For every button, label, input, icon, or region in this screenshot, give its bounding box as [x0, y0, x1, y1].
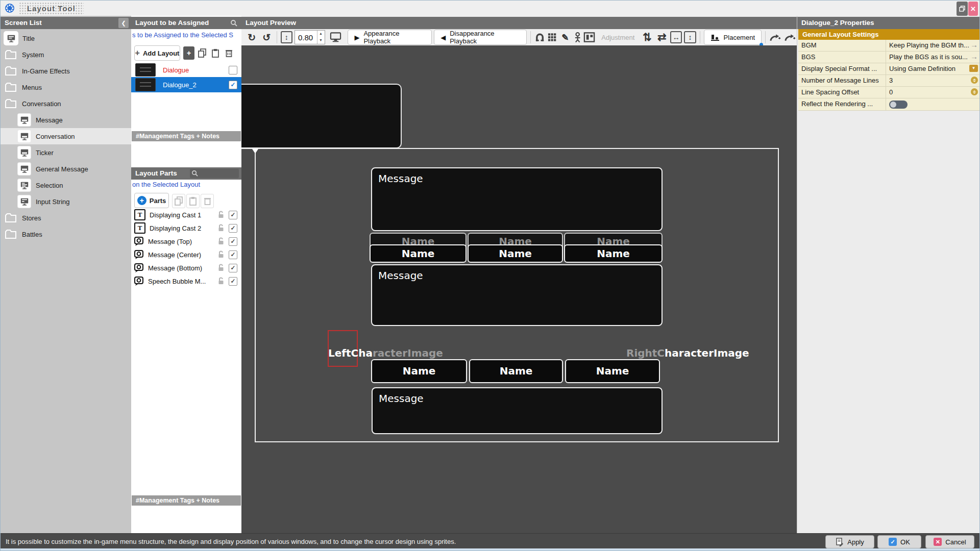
name-plate[interactable]: Name — [565, 359, 660, 383]
name-plate[interactable]: Name — [564, 244, 663, 263]
management-tags-bar[interactable]: #Management Tags + Notes — [132, 495, 241, 506]
sidebar-item-battles[interactable]: Battles — [1, 226, 131, 242]
general-layout-settings-section: General Layout Settings — [798, 29, 980, 40]
sidebar-item-conversation-folder[interactable]: Conversation — [1, 95, 131, 112]
sidebar-item-general-message[interactable]: General Message — [1, 161, 131, 177]
property-row-bgm[interactable]: BGM Keep Playing the BGM th... → — [798, 40, 980, 52]
nav-arrow-icon[interactable]: → — [970, 53, 978, 60]
add-layout-button[interactable]: + Add Layout — [134, 45, 180, 61]
speech-bubble-offstage-box[interactable] — [241, 84, 402, 148]
nav-arrow-icon[interactable]: → — [970, 41, 978, 48]
name-plate[interactable]: Name — [371, 359, 467, 383]
paste-layout-button[interactable] — [210, 46, 221, 60]
sidebar-item-in-game-effects[interactable]: In-Game Effects — [1, 63, 131, 79]
collapse-panel-button[interactable]: ❮ — [118, 18, 129, 28]
zoom-stepper[interactable]: ▲ ▼ — [317, 31, 325, 44]
unlock-icon[interactable] — [217, 211, 225, 219]
sidebar-item-title[interactable]: Title — [1, 30, 131, 46]
part-row-message-bottom[interactable]: Message (Bottom) ✓ — [131, 261, 241, 274]
part-visible-checkbox[interactable]: ✓ — [229, 277, 237, 286]
management-tags-bar[interactable]: #Management Tags + Notes — [132, 131, 241, 141]
name-plate[interactable]: Name — [370, 244, 467, 263]
zoom-spinbox[interactable]: 0.80 ▲ ▼ — [295, 30, 325, 44]
unlock-icon[interactable] — [217, 251, 225, 259]
part-visible-checkbox[interactable]: ✓ — [229, 264, 237, 272]
part-row-displaying-cast-2[interactable]: T Displaying Cast 2 ✓ — [131, 221, 241, 235]
part-visible-checkbox[interactable]: ✓ — [229, 224, 237, 233]
layout-row-dialogue2[interactable]: Dialogue_2 ✓ — [131, 77, 241, 92]
export-layout-icon[interactable] — [769, 32, 782, 43]
right-character-image-label[interactable]: RightCharacterImage — [626, 347, 749, 359]
paste-part-button[interactable] — [186, 194, 200, 208]
search-icon[interactable] — [230, 19, 237, 27]
property-row-bgs[interactable]: BGS Play the BGS as it is sou... → — [798, 52, 980, 63]
new-folder-button[interactable]: + — [183, 46, 194, 60]
property-row-line-spacing[interactable]: Line Spacing Offset 0 — [798, 87, 980, 98]
sidebar-item-input-string[interactable]: Input String — [1, 193, 131, 210]
placement-button[interactable]: Placement — [704, 30, 762, 45]
unlock-icon[interactable] — [217, 277, 225, 285]
pen-icon[interactable]: ✎ — [559, 32, 572, 43]
layout-visible-checkbox[interactable] — [229, 66, 237, 74]
delete-part-button[interactable] — [201, 194, 214, 208]
message-box-top[interactable]: Message — [371, 167, 663, 231]
stretch-vertical-icon[interactable]: ↕ — [684, 31, 696, 43]
part-visible-checkbox[interactable]: ✓ — [229, 251, 237, 259]
sidebar-item-message[interactable]: Message — [1, 112, 131, 128]
sidebar-item-stores[interactable]: Stores — [1, 210, 131, 226]
close-window-button[interactable]: ✕ — [968, 2, 978, 16]
sidebar-item-conversation[interactable]: Conversation — [1, 128, 131, 144]
swap-horizontal-icon[interactable]: ⇄ — [655, 31, 668, 43]
layout-visible-checkbox[interactable]: ✓ — [229, 81, 237, 89]
sidebar-item-ticker[interactable]: Ticker — [1, 144, 131, 161]
add-parts-button[interactable]: + Parts — [134, 193, 169, 208]
grid-icon[interactable] — [547, 32, 557, 42]
apply-button[interactable]: Apply — [825, 535, 874, 548]
property-row-display-special-format[interactable]: Display Special Format ... Using Game De… — [798, 63, 980, 75]
restore-window-button[interactable] — [957, 2, 968, 16]
left-character-image-label[interactable]: LeftCharacterImage — [328, 347, 443, 359]
import-layout-icon[interactable] — [784, 32, 797, 43]
message-box-bottom[interactable]: Message — [372, 387, 663, 434]
preview-canvas[interactable]: Message Name Name Name Name Name Name Me… — [241, 45, 797, 533]
part-row-message-top[interactable]: Message (Top) ✓ — [131, 235, 241, 248]
sidebar-item-system[interactable]: System — [1, 46, 131, 63]
cancel-button[interactable]: ✕ Cancel — [925, 535, 974, 548]
unlock-icon[interactable] — [217, 224, 225, 232]
spinner-icon[interactable] — [971, 77, 978, 84]
property-row-message-lines[interactable]: Number of Message Lines 3 — [798, 75, 980, 87]
cast-guide-icon[interactable] — [574, 32, 581, 43]
appearance-playback-button[interactable]: ▶ Appearance Playback — [348, 30, 432, 45]
toggle-off[interactable] — [889, 101, 908, 109]
fit-height-icon[interactable]: ↕ — [281, 31, 292, 43]
placement-grid-icon[interactable] — [583, 32, 595, 43]
delete-layout-button[interactable] — [223, 46, 234, 60]
swap-vertical-icon[interactable]: ⇅ — [641, 31, 653, 43]
disappearance-playback-button[interactable]: ◀ Disappearance Playback — [434, 30, 526, 45]
name-plate[interactable]: Name — [469, 359, 563, 383]
message-box-center[interactable]: Message — [371, 264, 663, 326]
unlock-icon[interactable] — [217, 237, 225, 245]
name-plate[interactable]: Name — [468, 244, 563, 263]
part-visible-checkbox[interactable]: ✓ — [229, 237, 237, 246]
stretch-horizontal-icon[interactable]: ↔ — [670, 31, 682, 43]
sidebar-item-menus[interactable]: Menus — [1, 79, 131, 95]
copy-part-button[interactable] — [172, 194, 185, 208]
layout-row-dialogue[interactable]: Dialogue — [131, 63, 241, 77]
unlock-icon[interactable] — [217, 264, 225, 272]
redo-icon[interactable]: ↻ — [246, 32, 258, 43]
dropdown-icon[interactable]: ▼ — [969, 65, 978, 72]
magnet-icon[interactable] — [534, 32, 545, 43]
ok-button[interactable]: ✓ OK — [877, 535, 921, 548]
undo-icon[interactable]: ↺ — [260, 32, 273, 43]
monitor-icon[interactable] — [330, 32, 341, 43]
property-row-reflect-rendering[interactable]: Reflect the Rendering ... — [798, 98, 980, 111]
part-visible-checkbox[interactable]: ✓ — [229, 211, 237, 219]
part-row-speech-bubble[interactable]: Speech Bubble M... ✓ — [131, 274, 241, 288]
parts-search-input[interactable] — [190, 169, 239, 178]
part-row-displaying-cast-1[interactable]: T Displaying Cast 1 ✓ — [131, 208, 241, 221]
spinner-icon[interactable] — [971, 88, 978, 95]
copy-layout-button[interactable] — [197, 46, 208, 60]
sidebar-item-selection[interactable]: Selection — [1, 177, 131, 193]
part-row-message-center[interactable]: Message (Center) ✓ — [131, 248, 241, 261]
